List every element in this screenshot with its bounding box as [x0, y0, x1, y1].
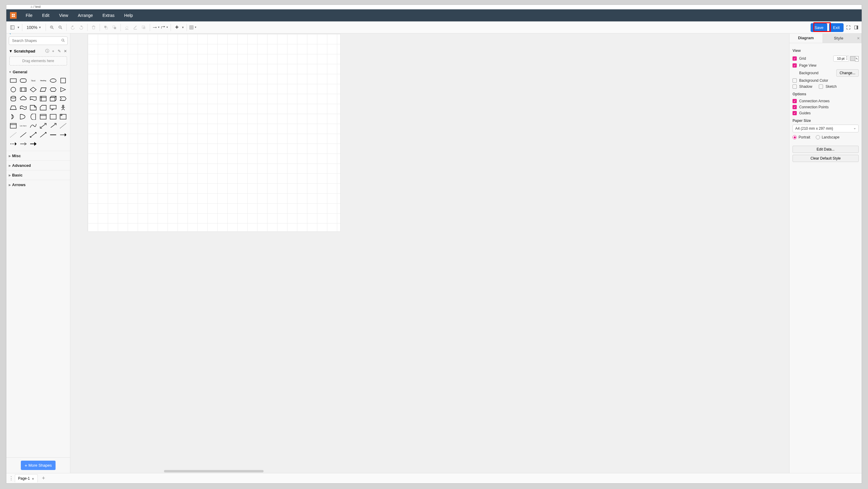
- shape-document[interactable]: [29, 95, 37, 103]
- shape-container[interactable]: [49, 113, 58, 121]
- conn-arrows-checkbox[interactable]: ✓: [793, 99, 797, 103]
- shape-list[interactable]: [9, 122, 18, 130]
- shape-link-arrow3[interactable]: [19, 140, 28, 148]
- shape-internal-storage[interactable]: [39, 95, 48, 103]
- scratchpad-help-icon[interactable]: ⓘ: [45, 48, 50, 54]
- panel-close-icon[interactable]: ✕: [855, 33, 862, 43]
- add-page-button[interactable]: +: [40, 475, 47, 482]
- shape-process[interactable]: [19, 86, 28, 94]
- shadow-button[interactable]: [140, 23, 148, 32]
- shape-bidir-thin[interactable]: [29, 131, 37, 139]
- shape-triangle[interactable]: [59, 86, 68, 94]
- fill-color-button[interactable]: [123, 23, 131, 32]
- paper[interactable]: [88, 34, 340, 231]
- redo-button[interactable]: [77, 23, 86, 32]
- shadow-checkbox[interactable]: [793, 85, 797, 89]
- menu-arrange[interactable]: Arrange: [73, 9, 98, 22]
- sketch-checkbox[interactable]: [819, 85, 823, 89]
- shape-text[interactable]: Text: [29, 77, 37, 85]
- zoom-control[interactable]: 100%▼: [24, 25, 44, 30]
- table-button[interactable]: ▼: [189, 23, 197, 32]
- menu-file[interactable]: File: [21, 9, 37, 22]
- shape-frame[interactable]: [59, 113, 68, 121]
- diagram-canvas[interactable]: [88, 34, 179, 79]
- zoom-out-button[interactable]: [56, 23, 65, 32]
- line-color-button[interactable]: [131, 23, 140, 32]
- shape-card[interactable]: [39, 104, 48, 111]
- clear-style-button[interactable]: Clear Default Style: [793, 155, 859, 162]
- waypoint-button[interactable]: ▼: [160, 23, 169, 32]
- menu-help[interactable]: Help: [119, 9, 138, 22]
- shape-rounded-rect[interactable]: [19, 77, 28, 85]
- shape-trapezoid[interactable]: [9, 104, 18, 111]
- shape-hexagon[interactable]: [49, 86, 58, 94]
- more-shapes-button[interactable]: +More Shapes: [21, 461, 55, 470]
- shape-or[interactable]: [19, 113, 28, 121]
- shape-cylinder[interactable]: [9, 95, 18, 103]
- pageview-checkbox[interactable]: ✓: [793, 63, 797, 68]
- pages-menu-icon[interactable]: ⋮: [9, 476, 12, 481]
- fullscreen-icon[interactable]: [845, 25, 851, 30]
- menu-extras[interactable]: Extras: [98, 9, 120, 22]
- scratchpad-dropzone[interactable]: Drag elements here: [9, 57, 67, 65]
- shape-crescent[interactable]: [9, 113, 18, 121]
- shape-dotted-line[interactable]: [9, 131, 18, 139]
- basic-section-toggle[interactable]: ▶Basic: [6, 170, 70, 180]
- page-tab-1[interactable]: Page-1▲: [15, 474, 38, 482]
- shape-note[interactable]: [29, 104, 37, 111]
- shape-cube[interactable]: [49, 95, 58, 103]
- shape-parallelogram[interactable]: [39, 86, 48, 94]
- shape-bidir-arrow[interactable]: [39, 122, 48, 130]
- insert-button[interactable]: +: [173, 23, 181, 32]
- view-mode-button[interactable]: [8, 23, 17, 32]
- menu-edit[interactable]: Edit: [37, 9, 54, 22]
- shape-link-arrow2[interactable]: [9, 140, 18, 148]
- exit-button[interactable]: Exit: [829, 23, 843, 32]
- shape-step[interactable]: [59, 95, 68, 103]
- scratchpad-add-icon[interactable]: +: [51, 48, 56, 54]
- shape-link-arrow4[interactable]: [29, 140, 37, 148]
- shape-square[interactable]: [59, 77, 68, 85]
- shape-line[interactable]: [19, 131, 28, 139]
- paper-size-select[interactable]: A4 (210 mm x 297 mm): [793, 125, 859, 132]
- arrows-section-toggle[interactable]: ▶Arrows: [6, 180, 70, 190]
- zoom-in-button[interactable]: [48, 23, 56, 32]
- connection-button[interactable]: ▼: [152, 23, 160, 32]
- shape-tape[interactable]: [19, 104, 28, 111]
- edit-data-button[interactable]: Edit Data...: [793, 146, 859, 153]
- bgcolor-checkbox[interactable]: [793, 78, 797, 83]
- search-shapes-input[interactable]: [9, 36, 68, 45]
- shape-list-item[interactable]: List Item: [19, 122, 28, 130]
- app-logo-icon[interactable]: [10, 12, 17, 19]
- insert-caret[interactable]: ▼: [181, 23, 185, 32]
- guides-checkbox[interactable]: ✓: [793, 111, 797, 115]
- shape-arrow[interactable]: [49, 122, 58, 130]
- misc-section-toggle[interactable]: ▶Misc: [6, 151, 70, 161]
- shape-heading[interactable]: Heading: [39, 77, 48, 85]
- shape-link-solid[interactable]: [49, 131, 58, 139]
- shape-ellipse[interactable]: [49, 77, 58, 85]
- undo-button[interactable]: [68, 23, 77, 32]
- delete-button[interactable]: [89, 23, 98, 32]
- scratchpad-close-icon[interactable]: ✕: [63, 48, 68, 54]
- horizontal-scrollbar[interactable]: [164, 470, 264, 472]
- advanced-section-toggle[interactable]: ▶Advanced: [6, 161, 70, 170]
- general-section-toggle[interactable]: ▼General: [6, 68, 70, 75]
- landscape-radio[interactable]: [816, 135, 820, 139]
- portrait-radio[interactable]: [793, 135, 797, 139]
- menu-view[interactable]: View: [54, 9, 73, 22]
- shape-and[interactable]: [29, 113, 37, 121]
- save-button[interactable]: Save: [811, 23, 828, 32]
- scratchpad-edit-icon[interactable]: ✎: [57, 48, 62, 54]
- shape-cloud[interactable]: [19, 95, 28, 103]
- chevron-down-icon[interactable]: ▼: [9, 49, 13, 54]
- grid-checkbox[interactable]: ✓: [793, 57, 797, 61]
- shape-dir-thin[interactable]: [39, 131, 48, 139]
- tab-style[interactable]: Style: [823, 33, 855, 43]
- grid-color-swatch[interactable]: [850, 56, 859, 61]
- tab-diagram[interactable]: Diagram: [789, 33, 823, 43]
- search-icon[interactable]: [61, 38, 65, 43]
- change-background-button[interactable]: Change...: [836, 69, 859, 77]
- shape-link-arrow1[interactable]: [59, 131, 68, 139]
- shape-callout[interactable]: [49, 104, 58, 111]
